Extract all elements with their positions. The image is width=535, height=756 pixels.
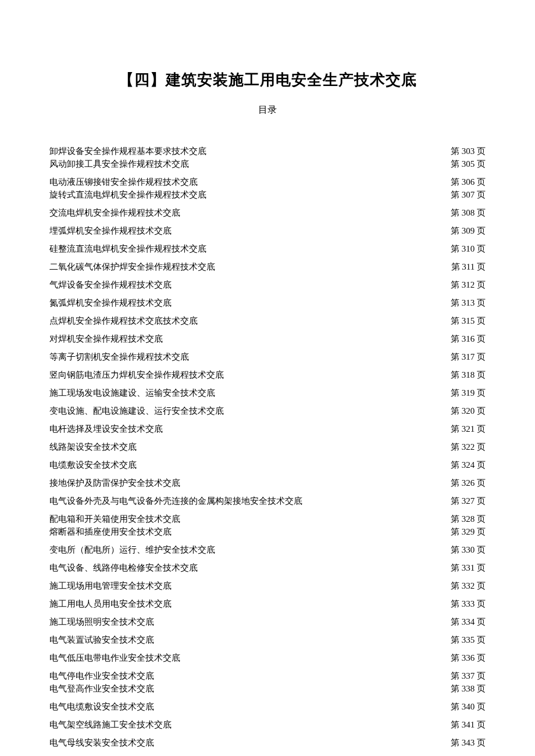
toc-entry: 电缆敷设安全技术交底第 324 页 (49, 459, 486, 471)
toc-entry-page: 第 318 页 (451, 369, 486, 381)
toc-entry-title: 旋转式直流电焊机安全操作规程技术交底 (49, 189, 206, 201)
toc-entry: 电气装置试验安全技术交底第 335 页 (49, 634, 486, 646)
toc-entry: 对焊机安全操作规程技术交底第 316 页 (49, 333, 486, 345)
toc-entry-title: 施工用电人员用电安全技术交底 (49, 598, 172, 610)
page-subtitle: 目录 (49, 104, 486, 116)
toc-entry-page: 第 333 页 (451, 598, 486, 610)
toc-entry-page: 第 331 页 (451, 562, 486, 574)
toc-entry-page: 第 338 页 (451, 683, 486, 695)
toc-entry: 电气设备外壳及与电气设备外壳连接的金属构架接地安全技术交底第 327 页 (49, 495, 486, 507)
toc-entry: 电气登高作业安全技术交底第 338 页 (49, 683, 486, 695)
toc-entry: 电气母线安装安全技术交底第 343 页 (49, 737, 486, 749)
toc-entry: 施工现场发电设施建设、运输安全技术交底第 319 页 (49, 387, 486, 399)
toc-entry-title: 变电设施、配电设施建设、运行安全技术交底 (49, 405, 224, 417)
toc-entry-page: 第 316 页 (451, 333, 486, 345)
toc-entry: 线路架设安全技术交底第 322 页 (49, 441, 486, 453)
toc-entry: 埋弧焊机安全操作规程技术交底第 309 页 (49, 225, 486, 237)
toc-entry-title: 交流电焊机安全操作规程技术交底 (49, 207, 180, 219)
toc-entry: 竖向钢筋电渣压力焊机安全操作规程技术交底第 318 页 (49, 369, 486, 381)
toc-entry-page: 第 313 页 (451, 297, 486, 309)
toc-entry-page: 第 310 页 (451, 243, 486, 255)
toc-entry-title: 对焊机安全操作规程技术交底 (49, 333, 163, 345)
toc-entry-title: 电缆敷设安全技术交底 (49, 459, 137, 471)
toc-entry: 电气电缆敷设安全技术交底第 340 页 (49, 701, 486, 713)
toc-entry: 变电设施、配电设施建设、运行安全技术交底第 320 页 (49, 405, 486, 417)
toc-entry: 二氧化碳气体保护焊安全操作规程技术交底第 311 页 (49, 261, 486, 273)
page-title: 【四】建筑安装施工用电安全生产技术交底 (49, 70, 486, 90)
toc-entry-title: 等离子切割机安全操作规程技术交底 (49, 351, 189, 363)
toc-entry-page: 第 305 页 (451, 158, 486, 170)
toc-entry-page: 第 340 页 (451, 701, 486, 713)
toc-entry-title: 电气设备外壳及与电气设备外壳连接的金属构架接地安全技术交底 (49, 495, 302, 507)
toc-entry: 施工现场照明安全技术交底第 334 页 (49, 616, 486, 628)
toc-entry-page: 第 308 页 (451, 207, 486, 219)
toc-entry-page: 第 309 页 (451, 225, 486, 237)
toc-entry: 等离子切割机安全操作规程技术交底第 317 页 (49, 351, 486, 363)
toc-entry-page: 第 326 页 (451, 477, 486, 489)
toc-entry: 施工用电人员用电安全技术交底第 333 页 (49, 598, 486, 610)
toc-entry-page: 第 330 页 (451, 544, 486, 556)
toc-entry: 电气停电作业安全技术交底第 337 页 (49, 670, 486, 682)
toc-entry-page: 第 312 页 (451, 279, 486, 291)
toc-container: 卸焊设备安全操作规程基本要求技术交底第 303 页风动卸接工具安全操作规程技术交… (49, 145, 486, 756)
toc-entry: 电杆选择及埋设安全技术交底第 321 页 (49, 423, 486, 435)
toc-entry: 电气低压电带电作业安全技术交底第 336 页 (49, 652, 486, 664)
toc-entry-page: 第 332 页 (451, 580, 486, 592)
toc-entry-title: 线路架设安全技术交底 (49, 441, 137, 453)
toc-entry: 电气设备、线路停电检修安全技术交底第 331 页 (49, 562, 486, 574)
toc-entry: 气焊设备安全操作规程技术交底第 312 页 (49, 279, 486, 291)
toc-entry-page: 第 322 页 (451, 441, 486, 453)
toc-entry-title: 气焊设备安全操作规程技术交底 (49, 279, 172, 291)
toc-entry-title: 电气电缆敷设安全技术交底 (49, 701, 154, 713)
toc-entry-page: 第 337 页 (451, 670, 486, 682)
toc-entry-title: 变电所（配电所）运行、维护安全技术交底 (49, 544, 215, 556)
toc-entry-page: 第 327 页 (451, 495, 486, 507)
toc-entry: 点焊机安全操作规程技术交底技术交底第 315 页 (49, 315, 486, 327)
toc-entry-title: 熔断器和插座使用安全技术交底 (49, 526, 172, 538)
toc-entry-page: 第 324 页 (451, 459, 486, 471)
toc-entry-title: 二氧化碳气体保护焊安全操作规程技术交底 (49, 261, 215, 273)
toc-entry-title: 电杆选择及埋设安全技术交底 (49, 423, 163, 435)
toc-entry: 接地保护及防雷保护安全技术交底第 326 页 (49, 477, 486, 489)
toc-entry-page: 第 315 页 (451, 315, 486, 327)
toc-entry-page: 第 303 页 (451, 145, 486, 157)
toc-entry-title: 施工现场用电管理安全技术交底 (49, 580, 172, 592)
toc-entry-title: 氮弧焊机安全操作规程技术交底 (49, 297, 172, 309)
toc-entry-page: 第 317 页 (451, 351, 486, 363)
toc-entry: 卸焊设备安全操作规程基本要求技术交底第 303 页 (49, 145, 486, 157)
toc-entry: 熔断器和插座使用安全技术交底第 329 页 (49, 526, 486, 538)
toc-entry-title: 埋弧焊机安全操作规程技术交底 (49, 225, 172, 237)
toc-entry-title: 电气架空线路施工安全技术交底 (49, 719, 172, 731)
toc-entry-page: 第 328 页 (451, 513, 486, 525)
toc-entry-page: 第 321 页 (451, 423, 486, 435)
toc-entry: 氮弧焊机安全操作规程技术交底第 313 页 (49, 297, 486, 309)
toc-entry-title: 点焊机安全操作规程技术交底技术交底 (49, 315, 198, 327)
toc-entry-title: 施工现场照明安全技术交底 (49, 616, 154, 628)
toc-entry-page: 第 341 页 (451, 719, 486, 731)
toc-entry-title: 施工现场发电设施建设、运输安全技术交底 (49, 387, 215, 399)
toc-entry-title: 电气设备、线路停电检修安全技术交底 (49, 562, 198, 574)
toc-entry: 变电所（配电所）运行、维护安全技术交底第 330 页 (49, 544, 486, 556)
toc-entry: 施工现场用电管理安全技术交底第 332 页 (49, 580, 486, 592)
toc-entry-title: 卸焊设备安全操作规程基本要求技术交底 (49, 145, 206, 157)
toc-entry-page: 第 319 页 (451, 387, 486, 399)
toc-entry-page: 第 307 页 (451, 189, 486, 201)
toc-entry: 风动卸接工具安全操作规程技术交底第 305 页 (49, 158, 486, 170)
toc-entry-title: 竖向钢筋电渣压力焊机安全操作规程技术交底 (49, 369, 224, 381)
toc-entry-title: 电气停电作业安全技术交底 (49, 670, 154, 682)
toc-entry-page: 第 334 页 (451, 616, 486, 628)
toc-entry-title: 电气登高作业安全技术交底 (49, 683, 154, 695)
toc-entry-page: 第 336 页 (451, 652, 486, 664)
toc-entry-title: 电动液压铆接钳安全操作规程技术交底 (49, 176, 198, 188)
toc-entry-page: 第 320 页 (451, 405, 486, 417)
toc-entry: 交流电焊机安全操作规程技术交底第 308 页 (49, 207, 486, 219)
toc-entry: 电气架空线路施工安全技术交底第 341 页 (49, 719, 486, 731)
toc-entry-title: 配电箱和开关箱使用安全技术交底 (49, 513, 180, 525)
toc-entry-page: 第 343 页 (451, 737, 486, 749)
toc-entry-title: 电气低压电带电作业安全技术交底 (49, 652, 180, 664)
toc-entry: 硅整流直流电焊机安全操作规程技术交底第 310 页 (49, 243, 486, 255)
toc-entry: 旋转式直流电焊机安全操作规程技术交底第 307 页 (49, 189, 486, 201)
toc-entry-title: 风动卸接工具安全操作规程技术交底 (49, 158, 189, 170)
toc-entry-title: 硅整流直流电焊机安全操作规程技术交底 (49, 243, 206, 255)
toc-entry-title: 电气母线安装安全技术交底 (49, 737, 154, 749)
